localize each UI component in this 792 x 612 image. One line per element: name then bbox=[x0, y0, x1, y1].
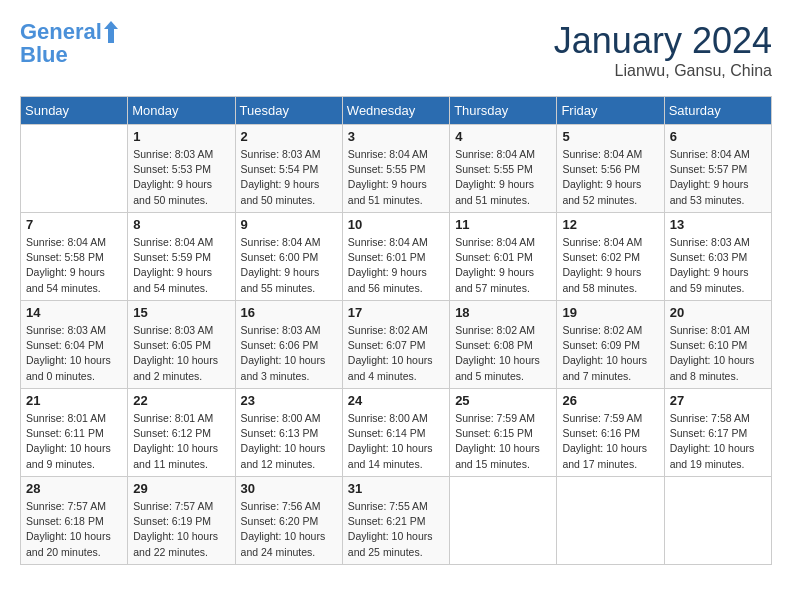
day-number: 27 bbox=[670, 393, 766, 408]
calendar-cell: 19Sunrise: 8:02 AM Sunset: 6:09 PM Dayli… bbox=[557, 301, 664, 389]
day-info: Sunrise: 8:02 AM Sunset: 6:07 PM Dayligh… bbox=[348, 323, 444, 384]
calendar-cell: 2Sunrise: 8:03 AM Sunset: 5:54 PM Daylig… bbox=[235, 125, 342, 213]
calendar-week-row: 7Sunrise: 8:04 AM Sunset: 5:58 PM Daylig… bbox=[21, 213, 772, 301]
day-number: 22 bbox=[133, 393, 229, 408]
calendar-week-row: 21Sunrise: 8:01 AM Sunset: 6:11 PM Dayli… bbox=[21, 389, 772, 477]
day-info: Sunrise: 8:03 AM Sunset: 6:03 PM Dayligh… bbox=[670, 235, 766, 296]
day-info: Sunrise: 8:03 AM Sunset: 5:53 PM Dayligh… bbox=[133, 147, 229, 208]
calendar-header-row: SundayMondayTuesdayWednesdayThursdayFrid… bbox=[21, 97, 772, 125]
day-info: Sunrise: 8:03 AM Sunset: 6:06 PM Dayligh… bbox=[241, 323, 337, 384]
header-tuesday: Tuesday bbox=[235, 97, 342, 125]
day-info: Sunrise: 8:04 AM Sunset: 5:57 PM Dayligh… bbox=[670, 147, 766, 208]
calendar-cell: 29Sunrise: 7:57 AM Sunset: 6:19 PM Dayli… bbox=[128, 477, 235, 565]
calendar-cell: 28Sunrise: 7:57 AM Sunset: 6:18 PM Dayli… bbox=[21, 477, 128, 565]
calendar-cell: 18Sunrise: 8:02 AM Sunset: 6:08 PM Dayli… bbox=[450, 301, 557, 389]
day-info: Sunrise: 8:03 AM Sunset: 6:05 PM Dayligh… bbox=[133, 323, 229, 384]
day-number: 9 bbox=[241, 217, 337, 232]
calendar-cell: 3Sunrise: 8:04 AM Sunset: 5:55 PM Daylig… bbox=[342, 125, 449, 213]
calendar-cell: 30Sunrise: 7:56 AM Sunset: 6:20 PM Dayli… bbox=[235, 477, 342, 565]
day-number: 3 bbox=[348, 129, 444, 144]
day-info: Sunrise: 7:57 AM Sunset: 6:19 PM Dayligh… bbox=[133, 499, 229, 560]
calendar-cell: 5Sunrise: 8:04 AM Sunset: 5:56 PM Daylig… bbox=[557, 125, 664, 213]
logo-icon bbox=[104, 21, 118, 43]
day-number: 10 bbox=[348, 217, 444, 232]
day-number: 28 bbox=[26, 481, 122, 496]
calendar-cell: 25Sunrise: 7:59 AM Sunset: 6:15 PM Dayli… bbox=[450, 389, 557, 477]
calendar-cell: 9Sunrise: 8:04 AM Sunset: 6:00 PM Daylig… bbox=[235, 213, 342, 301]
day-info: Sunrise: 8:01 AM Sunset: 6:11 PM Dayligh… bbox=[26, 411, 122, 472]
day-number: 23 bbox=[241, 393, 337, 408]
header-friday: Friday bbox=[557, 97, 664, 125]
day-info: Sunrise: 8:04 AM Sunset: 6:01 PM Dayligh… bbox=[348, 235, 444, 296]
calendar-cell: 26Sunrise: 7:59 AM Sunset: 6:16 PM Dayli… bbox=[557, 389, 664, 477]
calendar-cell: 17Sunrise: 8:02 AM Sunset: 6:07 PM Dayli… bbox=[342, 301, 449, 389]
day-info: Sunrise: 8:00 AM Sunset: 6:14 PM Dayligh… bbox=[348, 411, 444, 472]
day-number: 7 bbox=[26, 217, 122, 232]
calendar-week-row: 1Sunrise: 8:03 AM Sunset: 5:53 PM Daylig… bbox=[21, 125, 772, 213]
calendar-title: January 2024 bbox=[554, 20, 772, 62]
calendar-cell: 15Sunrise: 8:03 AM Sunset: 6:05 PM Dayli… bbox=[128, 301, 235, 389]
day-number: 13 bbox=[670, 217, 766, 232]
day-number: 18 bbox=[455, 305, 551, 320]
day-number: 29 bbox=[133, 481, 229, 496]
calendar-cell: 20Sunrise: 8:01 AM Sunset: 6:10 PM Dayli… bbox=[664, 301, 771, 389]
header-thursday: Thursday bbox=[450, 97, 557, 125]
day-info: Sunrise: 8:04 AM Sunset: 5:56 PM Dayligh… bbox=[562, 147, 658, 208]
calendar-cell: 31Sunrise: 7:55 AM Sunset: 6:21 PM Dayli… bbox=[342, 477, 449, 565]
page-header: General Blue January 2024 Lianwu, Gansu,… bbox=[20, 20, 772, 80]
title-block: January 2024 Lianwu, Gansu, China bbox=[554, 20, 772, 80]
day-info: Sunrise: 8:04 AM Sunset: 6:02 PM Dayligh… bbox=[562, 235, 658, 296]
day-number: 17 bbox=[348, 305, 444, 320]
header-monday: Monday bbox=[128, 97, 235, 125]
day-info: Sunrise: 8:01 AM Sunset: 6:12 PM Dayligh… bbox=[133, 411, 229, 472]
calendar-cell bbox=[664, 477, 771, 565]
logo-text: General bbox=[20, 20, 102, 44]
logo-blue: Blue bbox=[20, 42, 118, 68]
day-info: Sunrise: 8:02 AM Sunset: 6:08 PM Dayligh… bbox=[455, 323, 551, 384]
day-number: 11 bbox=[455, 217, 551, 232]
header-wednesday: Wednesday bbox=[342, 97, 449, 125]
calendar-cell: 7Sunrise: 8:04 AM Sunset: 5:58 PM Daylig… bbox=[21, 213, 128, 301]
calendar-cell: 11Sunrise: 8:04 AM Sunset: 6:01 PM Dayli… bbox=[450, 213, 557, 301]
calendar-cell: 12Sunrise: 8:04 AM Sunset: 6:02 PM Dayli… bbox=[557, 213, 664, 301]
calendar-subtitle: Lianwu, Gansu, China bbox=[554, 62, 772, 80]
day-number: 1 bbox=[133, 129, 229, 144]
day-number: 15 bbox=[133, 305, 229, 320]
day-info: Sunrise: 8:01 AM Sunset: 6:10 PM Dayligh… bbox=[670, 323, 766, 384]
calendar-week-row: 14Sunrise: 8:03 AM Sunset: 6:04 PM Dayli… bbox=[21, 301, 772, 389]
day-number: 26 bbox=[562, 393, 658, 408]
calendar-cell bbox=[21, 125, 128, 213]
day-info: Sunrise: 7:59 AM Sunset: 6:16 PM Dayligh… bbox=[562, 411, 658, 472]
calendar-cell: 8Sunrise: 8:04 AM Sunset: 5:59 PM Daylig… bbox=[128, 213, 235, 301]
calendar-cell: 16Sunrise: 8:03 AM Sunset: 6:06 PM Dayli… bbox=[235, 301, 342, 389]
day-info: Sunrise: 8:04 AM Sunset: 6:01 PM Dayligh… bbox=[455, 235, 551, 296]
calendar-cell: 14Sunrise: 8:03 AM Sunset: 6:04 PM Dayli… bbox=[21, 301, 128, 389]
calendar-cell bbox=[557, 477, 664, 565]
day-number: 20 bbox=[670, 305, 766, 320]
day-number: 5 bbox=[562, 129, 658, 144]
day-number: 30 bbox=[241, 481, 337, 496]
day-info: Sunrise: 8:00 AM Sunset: 6:13 PM Dayligh… bbox=[241, 411, 337, 472]
day-number: 8 bbox=[133, 217, 229, 232]
day-info: Sunrise: 8:03 AM Sunset: 6:04 PM Dayligh… bbox=[26, 323, 122, 384]
calendar-table: SundayMondayTuesdayWednesdayThursdayFrid… bbox=[20, 96, 772, 565]
calendar-cell: 24Sunrise: 8:00 AM Sunset: 6:14 PM Dayli… bbox=[342, 389, 449, 477]
day-number: 24 bbox=[348, 393, 444, 408]
calendar-week-row: 28Sunrise: 7:57 AM Sunset: 6:18 PM Dayli… bbox=[21, 477, 772, 565]
day-number: 12 bbox=[562, 217, 658, 232]
header-saturday: Saturday bbox=[664, 97, 771, 125]
day-info: Sunrise: 8:04 AM Sunset: 5:58 PM Dayligh… bbox=[26, 235, 122, 296]
header-sunday: Sunday bbox=[21, 97, 128, 125]
calendar-cell: 13Sunrise: 8:03 AM Sunset: 6:03 PM Dayli… bbox=[664, 213, 771, 301]
day-info: Sunrise: 7:55 AM Sunset: 6:21 PM Dayligh… bbox=[348, 499, 444, 560]
calendar-cell: 4Sunrise: 8:04 AM Sunset: 5:55 PM Daylig… bbox=[450, 125, 557, 213]
day-info: Sunrise: 8:04 AM Sunset: 5:55 PM Dayligh… bbox=[455, 147, 551, 208]
day-info: Sunrise: 8:04 AM Sunset: 5:55 PM Dayligh… bbox=[348, 147, 444, 208]
day-number: 25 bbox=[455, 393, 551, 408]
calendar-cell: 6Sunrise: 8:04 AM Sunset: 5:57 PM Daylig… bbox=[664, 125, 771, 213]
calendar-cell: 23Sunrise: 8:00 AM Sunset: 6:13 PM Dayli… bbox=[235, 389, 342, 477]
day-info: Sunrise: 7:56 AM Sunset: 6:20 PM Dayligh… bbox=[241, 499, 337, 560]
logo: General Blue bbox=[20, 20, 118, 68]
day-info: Sunrise: 8:04 AM Sunset: 5:59 PM Dayligh… bbox=[133, 235, 229, 296]
day-info: Sunrise: 8:02 AM Sunset: 6:09 PM Dayligh… bbox=[562, 323, 658, 384]
